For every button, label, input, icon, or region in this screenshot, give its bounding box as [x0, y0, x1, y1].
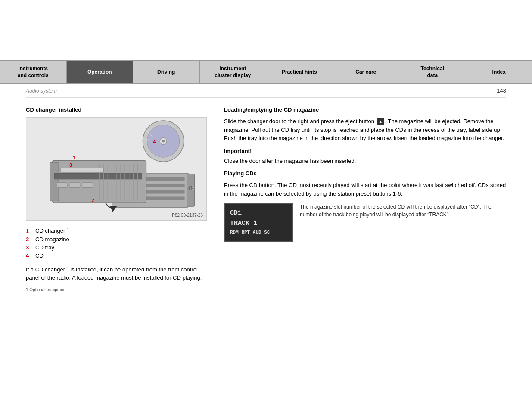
list-item-4: 4 CD: [26, 252, 207, 259]
nav-item-technical-data[interactable]: Technical data: [399, 61, 466, 83]
important-label: Important!: [224, 148, 506, 154]
page-header: Audio system 148: [26, 84, 506, 98]
svg-point-4: [162, 140, 165, 143]
svg-rect-16: [50, 162, 59, 201]
lcd-line3: RDM RPT AUD SC: [230, 229, 287, 237]
page-number: 148: [497, 87, 506, 94]
playing-text: Press the CD button. The CD most recentl…: [224, 181, 506, 198]
list-item-3: 3 CD tray: [26, 244, 207, 251]
left-body-text: If a CD changer 1 is installed, it can b…: [26, 265, 207, 282]
navigation-bar: Instruments and controls Operation Drivi…: [0, 60, 532, 84]
svg-text:2: 2: [91, 198, 94, 203]
nav-item-car-care[interactable]: Car care: [333, 61, 400, 83]
component-list: 1 CD changer 1 2 CD magazine 3 CD tray 4…: [26, 227, 207, 258]
nav-item-instruments[interactable]: Instruments and controls: [0, 61, 67, 83]
nav-item-practical-hints[interactable]: Practical hints: [266, 61, 333, 83]
svg-rect-18: [56, 183, 67, 188]
svg-rect-31: [61, 168, 103, 172]
nav-item-instrument-cluster[interactable]: Instrument cluster display: [200, 61, 267, 83]
lcd-screen: CD1 TRACK 1 RDM RPT AUD SC: [224, 203, 293, 242]
left-column: CD changer installed: [26, 106, 207, 292]
right-column: Loading/emptying the CD magazine Slide t…: [224, 106, 506, 292]
nav-item-operation[interactable]: Operation: [67, 61, 134, 83]
main-columns: CD changer installed: [26, 106, 506, 292]
eject-icon: ▲: [377, 118, 384, 125]
svg-rect-17: [54, 173, 142, 179]
loading-text: Slide the changer door to the right and …: [224, 117, 506, 143]
nav-item-driving[interactable]: Driving: [133, 61, 200, 83]
cd-display-widget: CD1 TRACK 1 RDM RPT AUD SC The magazine …: [224, 203, 506, 242]
svg-text:4: 4: [153, 139, 156, 144]
loading-heading: Loading/emptying the CD magazine: [224, 106, 506, 113]
list-item-1: 1 CD changer 1: [26, 227, 207, 234]
nav-item-index[interactable]: Index: [466, 61, 532, 83]
lcd-line1: CD1: [230, 208, 287, 218]
svg-text:1: 1: [73, 155, 75, 160]
svg-rect-20: [82, 183, 93, 188]
lcd-line2: TRACK 1: [230, 218, 287, 229]
cd-changer-illustration: SC: [26, 117, 207, 221]
svg-rect-19: [69, 183, 80, 188]
important-text: Close the door after the magazine has be…: [224, 157, 506, 165]
left-heading: CD changer installed: [26, 106, 207, 113]
playing-heading: Playing CDs: [224, 170, 506, 177]
image-caption: P82.60-2137-26: [172, 213, 203, 218]
list-item-2: 2 CD magazine: [26, 236, 207, 243]
section-label: Audio system: [26, 88, 57, 94]
lcd-description: The magazine slot number of the selected…: [300, 203, 506, 218]
page-content: Audio system 148 CD changer installed: [0, 84, 532, 292]
svg-text:3: 3: [69, 162, 72, 168]
svg-text:SC: SC: [190, 187, 194, 190]
footnote: 1 Optional equipment: [26, 287, 207, 292]
